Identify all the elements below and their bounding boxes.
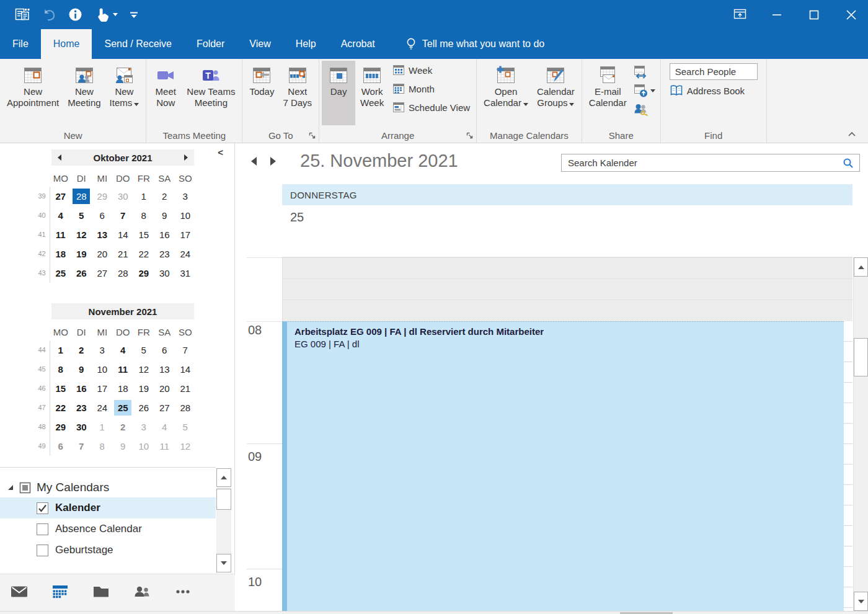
day-cell[interactable]: 5 [133, 340, 154, 360]
day-column-header[interactable]: DONNERSTAG [282, 184, 852, 205]
calendar-groups-button[interactable]: CalendarGroups [533, 61, 579, 125]
day-cell[interactable]: 3 [92, 340, 113, 360]
appointment[interactable]: Arbeitsplatz EG 009 | FA | dl Reserviert… [282, 321, 844, 611]
nav-calendar-button[interactable] [51, 582, 69, 603]
day-cell[interactable]: 27 [154, 398, 175, 417]
tab-folder[interactable]: Folder [184, 29, 237, 59]
search-people-input[interactable] [670, 63, 758, 80]
unchecked-checkbox[interactable] [37, 545, 48, 556]
schedule-view-button[interactable]: Schedule View [389, 99, 474, 115]
day-cell[interactable]: 4 [113, 340, 134, 360]
day-cell[interactable]: 13 [154, 360, 175, 379]
day-cell[interactable]: 29 [133, 264, 154, 283]
day-cell[interactable]: 30 [113, 187, 134, 206]
day-cell[interactable]: 24 [92, 398, 113, 417]
day-cell[interactable]: 3 [175, 187, 196, 206]
day-cell[interactable]: 9 [154, 206, 175, 225]
day-cell[interactable]: 27 [50, 187, 71, 206]
open-calendar-button[interactable]: OpenCalendar [479, 61, 533, 125]
new-appointment-button[interactable]: NewAppointment [2, 61, 63, 125]
day-cell[interactable]: 24 [175, 244, 196, 264]
day-cell[interactable]: 22 [50, 398, 71, 417]
my-calendars-header[interactable]: My Calendars [0, 478, 216, 497]
previous-month-icon[interactable] [58, 154, 61, 161]
day--button[interactable]: Day [322, 61, 355, 125]
day-cell[interactable]: 12 [175, 437, 196, 456]
e-mail-calendar-button[interactable]: E-mailCalendar [585, 61, 631, 125]
ribbon-display-options-button[interactable] [730, 6, 749, 24]
month-button[interactable]: Month [389, 81, 474, 97]
day-cell[interactable]: 30 [71, 417, 92, 437]
day-cell[interactable]: 29 [92, 187, 113, 206]
day-cell[interactable]: 11 [154, 437, 175, 456]
day-cell[interactable]: 23 [154, 244, 175, 264]
day-cell[interactable]: 31 [175, 264, 196, 283]
info-button[interactable] [68, 7, 83, 22]
today-day-cell[interactable]: 25 [113, 398, 134, 417]
checked-checkbox[interactable] [37, 502, 48, 514]
scroll-thumb[interactable] [854, 338, 868, 376]
day-cell[interactable]: 28 [175, 398, 196, 417]
scroll-up-button[interactable] [216, 468, 231, 487]
day-cell[interactable]: 21 [175, 379, 196, 398]
day-cell[interactable]: 20 [92, 244, 113, 264]
day-cell[interactable]: 7 [71, 437, 92, 456]
tab-acrobat[interactable]: Acrobat [329, 29, 388, 59]
next-month-icon[interactable] [184, 154, 188, 161]
collapse-ribbon-icon[interactable] [847, 130, 857, 138]
day-cell[interactable]: 11 [113, 360, 134, 379]
day-cell[interactable]: 2 [71, 340, 92, 360]
day-cell[interactable]: 14 [113, 225, 134, 244]
day-cell[interactable]: 12 [133, 360, 154, 379]
day-cell[interactable]: 29 [50, 417, 71, 437]
day-cell[interactable]: 7 [113, 206, 134, 225]
day-cell[interactable]: 3 [133, 417, 154, 437]
tell-me-box[interactable]: Tell me what you want to do [396, 29, 553, 59]
next-7-days-button[interactable]: Next7 Days [278, 61, 316, 125]
tab-send-receive[interactable]: Send / Receive [92, 29, 184, 59]
calendar-permissions-button[interactable] [634, 102, 655, 117]
tab-view[interactable]: View [237, 29, 283, 59]
new-teams-meeting-button[interactable]: TNew TeamsMeeting [182, 61, 239, 125]
day-cell[interactable]: 17 [92, 379, 113, 398]
unchecked-checkbox[interactable] [37, 523, 48, 535]
day-cell[interactable]: 18 [50, 244, 71, 264]
next-day-icon[interactable] [270, 157, 276, 166]
work-week-button[interactable]: WorkWeek [355, 61, 389, 125]
address-book-button[interactable]: Address Book [670, 84, 758, 97]
day-cell[interactable]: 18 [113, 379, 134, 398]
nav-people-button[interactable] [133, 582, 151, 603]
day-cell[interactable]: 4 [154, 417, 175, 437]
scroll-thumb[interactable] [216, 489, 231, 510]
off-hours-band[interactable] [282, 257, 852, 321]
day-cell[interactable]: 14 [175, 360, 196, 379]
day-cell[interactable]: 22 [133, 244, 154, 264]
day-cell[interactable]: 27 [92, 264, 113, 283]
calendar-list-item[interactable]: Kalender [0, 497, 216, 518]
horizontal-scrollbar[interactable] [0, 611, 868, 614]
day-cell[interactable]: 11 [50, 225, 71, 244]
day-cell[interactable]: 9 [113, 437, 134, 456]
sidebar-scrollbar[interactable] [216, 468, 231, 572]
scroll-up-button[interactable] [854, 257, 868, 277]
day-cell[interactable]: 7 [175, 340, 196, 360]
day-cell[interactable]: 5 [175, 417, 196, 437]
search-icon[interactable] [843, 158, 854, 169]
day-cell[interactable]: 15 [133, 225, 154, 244]
dialog-launcher-icon[interactable] [466, 131, 474, 140]
calendar-peek-button[interactable] [14, 6, 30, 23]
tab-file[interactable]: File [0, 29, 41, 59]
publish-online-button[interactable] [634, 83, 655, 98]
day-cell[interactable]: 21 [113, 244, 134, 264]
nav-mail-button[interactable] [10, 582, 29, 603]
calendar-list-item[interactable]: Absence Calendar [0, 518, 216, 540]
day-cell[interactable]: 9 [71, 360, 92, 379]
tab-help[interactable]: Help [283, 29, 329, 59]
day-cell[interactable]: 10 [133, 437, 154, 456]
day-cell[interactable]: 19 [133, 379, 154, 398]
day-cell[interactable]: 8 [133, 206, 154, 225]
day-cell[interactable]: 8 [50, 360, 71, 379]
scroll-down-button[interactable] [854, 592, 868, 611]
nav-more-button[interactable] [174, 582, 192, 603]
day-cell[interactable]: 10 [92, 360, 113, 379]
